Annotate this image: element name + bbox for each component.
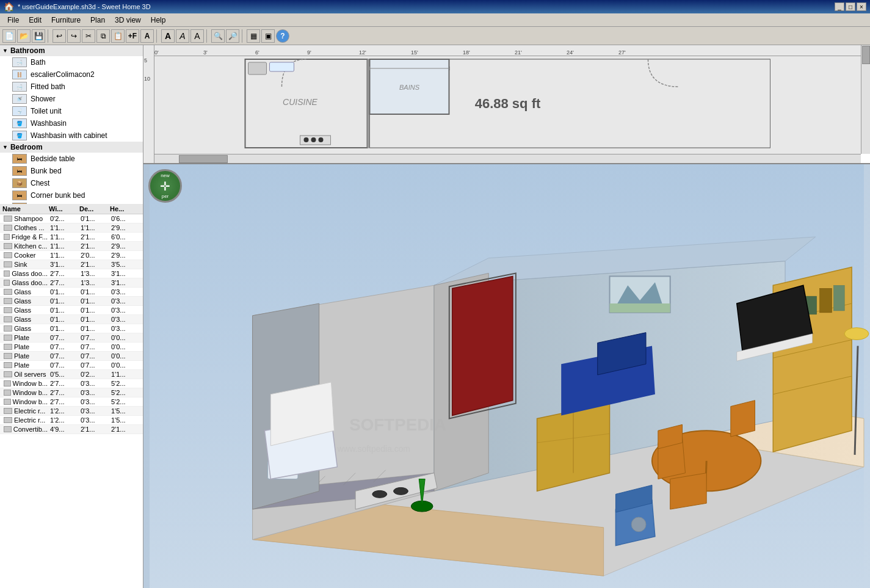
prop-cell-h: 5'2... [110, 380, 140, 387]
compass[interactable]: new ✛ per [148, 169, 182, 203]
floorplan-area[interactable]: 5 10 0' 3' 6' 9' 12' 15' 18' 21' 24' 27' [143, 45, 870, 164]
prop-cell-d: 0'7... [79, 334, 110, 341]
undo-button[interactable]: ↩ [53, 29, 66, 43]
text-larger-button[interactable]: A [190, 29, 204, 43]
tree-item-washbasin-cabinet[interactable]: 🪣 Washbasin with cabinet [0, 129, 143, 142]
menu-edit[interactable]: Edit [24, 15, 46, 26]
prop-row[interactable]: Shampoo0'2...0'1...0'6... [0, 214, 143, 223]
maximize-button[interactable]: □ [846, 2, 855, 11]
view3d[interactable]: new ✛ per [143, 164, 870, 588]
ruler-top-12: 12' [359, 49, 366, 56]
prop-cell-h: 0'3... [110, 325, 140, 332]
2d-plan-button[interactable]: ▦ [247, 29, 260, 43]
prop-row[interactable]: Plate0'7...0'7...0'0... [0, 343, 143, 352]
tree-item-fitted-bath[interactable]: 🛁 Fitted bath [0, 81, 143, 93]
prop-row[interactable]: Glass0'1...0'1...0'3... [0, 324, 143, 333]
text-bold-button[interactable]: A [161, 29, 175, 43]
furniture-tree-container: Bathroom 🛁 Bath 🪜 escalierColimacon2 🛁 F… [0, 45, 143, 204]
prop-row[interactable]: Fridge & F...1'1...2'1...6'0... [0, 233, 143, 242]
prop-row[interactable]: Glass0'1...0'1...0'3... [0, 288, 143, 297]
ruler-top-3: 3' [203, 49, 208, 56]
tree-item-chest[interactable]: 📦 Chest [0, 177, 143, 189]
prop-row[interactable]: Cooker1'1...2'0...2'9... [0, 251, 143, 260]
v-scroll-thumb[interactable] [862, 46, 870, 64]
row-icon [4, 252, 12, 258]
prop-cell-h: 0'3... [110, 297, 140, 305]
tree-item-toilet-label: Toilet unit [31, 107, 62, 115]
prop-row[interactable]: Electric r...1'2...0'3...1'5... [0, 416, 143, 425]
minimize-button[interactable]: _ [835, 2, 844, 11]
prop-row[interactable]: Window b...2'7...0'3...5'2... [0, 397, 143, 407]
svg-point-14 [304, 137, 309, 142]
copy-button[interactable]: ⧉ [96, 29, 110, 43]
v-scrollbar[interactable] [861, 45, 870, 154]
title-icon: 🏠 * userGuideExample.sh3d - Sweet Home 3… [4, 2, 151, 12]
prop-cell-h: 1'5... [110, 407, 140, 415]
shower-icon: 🚿 [12, 94, 27, 104]
text-italic-button[interactable]: A [176, 29, 189, 43]
tree-item-bunkbed[interactable]: 🛏 Bunk bed [0, 165, 143, 177]
save-button[interactable]: 💾 [32, 29, 45, 43]
new-button[interactable]: 📄 [2, 29, 16, 43]
menu-file[interactable]: File [2, 15, 24, 26]
prop-row[interactable]: Window b...2'7...0'3...5'2... [0, 379, 143, 388]
prop-row[interactable]: Glass0'1...0'1...0'3... [0, 297, 143, 306]
3d-view-button[interactable]: ▣ [261, 29, 275, 43]
prop-row[interactable]: Window b...2'7...0'3...5'2... [0, 388, 143, 397]
prop-row[interactable]: Glass0'1...0'1...0'3... [0, 315, 143, 324]
h-scroll-thumb[interactable] [179, 155, 228, 163]
close-button[interactable]: × [857, 2, 866, 11]
prop-row[interactable]: Glass doo...2'7...1'3...3'1... [0, 269, 143, 278]
text-button[interactable]: A [140, 29, 154, 43]
prop-row[interactable]: Kitchen c...1'1...2'1...2'9... [0, 242, 143, 251]
open-button[interactable]: 📂 [17, 29, 31, 43]
prop-row[interactable]: Oil servers0'5...0'2...1'1... [0, 370, 143, 379]
svg-rect-11 [248, 62, 267, 74]
prop-row[interactable]: Plate0'7...0'7...0'0... [0, 333, 143, 343]
prop-row[interactable]: Convertib...4'9...2'1...2'1... [0, 425, 143, 434]
tree-item-shower[interactable]: 🚿 Shower [0, 93, 143, 105]
floorplan-content[interactable]: CUISINE BAINS 46.88 sq ft [154, 56, 861, 154]
tree-item-corner-bunk-label: Corner bunk bed [31, 191, 85, 200]
menu-plan[interactable]: Plan [85, 15, 110, 26]
prop-row[interactable]: Clothes ...1'1...1'1...2'9... [0, 223, 143, 233]
prop-cell-w: 0'1... [49, 316, 79, 323]
prop-row[interactable]: Glass0'1...0'1...0'3... [0, 306, 143, 315]
h-scrollbar[interactable] [154, 154, 861, 163]
floorplan-svg: CUISINE BAINS 46.88 sq ft [154, 56, 861, 154]
help-button[interactable]: ? [276, 29, 289, 43]
tree-item-bath[interactable]: 🛁 Bath [0, 56, 143, 68]
category-bedroom[interactable]: Bedroom [0, 142, 143, 153]
prop-cell-w: 1'1... [49, 233, 79, 241]
ruler-top-15: 15' [411, 49, 418, 56]
prop-row[interactable]: Plate0'7...0'7...0'0... [0, 352, 143, 361]
tree-item-corner-bunk[interactable]: 🛏 Corner bunk bed [0, 189, 143, 201]
redo-button[interactable]: ↪ [67, 29, 81, 43]
toolbar-sep-4 [242, 29, 244, 43]
prop-cell-name: Plate [2, 343, 49, 350]
prop-row[interactable]: Sink3'1...2'1...3'5... [0, 260, 143, 269]
menu-3dview[interactable]: 3D view [110, 15, 146, 26]
paste-button[interactable]: 📋 [111, 29, 125, 43]
prop-cell-d: 0'7... [79, 352, 110, 360]
prop-row[interactable]: Glass doo...2'7...1'3...3'1... [0, 278, 143, 288]
prop-row[interactable]: Electric r...1'2...0'3...1'5... [0, 407, 143, 416]
menu-furniture[interactable]: Furniture [46, 15, 85, 26]
zoom-out-button[interactable]: 🔎 [226, 29, 239, 43]
tree-item-washbasin[interactable]: 🪣 Washbasin [0, 117, 143, 129]
prop-cell-w: 1'1... [49, 252, 79, 259]
tree-item-bedside-label: Bedside table [31, 154, 75, 163]
prop-cell-d: 0'3... [79, 398, 110, 405]
cut-button[interactable]: ✂ [82, 29, 95, 43]
menu-help[interactable]: Help [146, 15, 171, 26]
tree-item-escalier[interactable]: 🪜 escalierColimacon2 [0, 68, 143, 81]
tree-item-toilet[interactable]: 🚽 Toilet unit [0, 105, 143, 117]
prop-cell-name: Electric r... [2, 407, 49, 415]
prop-cell-d: 0'1... [79, 316, 110, 323]
zoom-in-button[interactable]: 🔍 [211, 29, 225, 43]
category-bathroom[interactable]: Bathroom [0, 45, 143, 56]
tree-item-bedside[interactable]: 🛏 Bedside table [0, 153, 143, 165]
prop-row[interactable]: Plate0'7...0'7...0'0... [0, 361, 143, 370]
add-furniture-button[interactable]: +F [126, 29, 139, 43]
prop-cell-name: Electric r... [2, 416, 49, 424]
